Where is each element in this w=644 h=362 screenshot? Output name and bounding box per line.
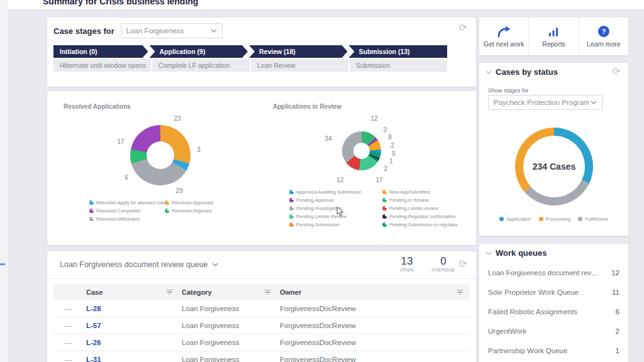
owner-cell: ForgivenessDocReview (280, 305, 470, 312)
chart-title-review: Applications in Review (273, 103, 341, 110)
column-header-owner: Owner (280, 288, 301, 296)
work-queues-title: Work queues (496, 248, 547, 258)
substage-cell: Complete LF application (152, 59, 250, 72)
donut-value-label: 8 (388, 134, 392, 141)
legend-item[interactable]: Resolved-Completed (89, 207, 158, 215)
chevron-down-icon (211, 29, 217, 33)
legend-item[interactable]: Pending-Submission to regulator (382, 221, 458, 229)
legend-item[interactable]: Processing (539, 216, 571, 222)
bar-chart-icon (548, 25, 559, 38)
chevron-down-icon (212, 263, 218, 266)
legend-label: Resolved-Completed (96, 208, 140, 214)
legend-item[interactable]: Pending-Lender-review (382, 204, 458, 212)
collapse-chevron-icon[interactable] (486, 70, 492, 74)
overdue-count: 0 (428, 255, 459, 268)
pie-icon (289, 198, 294, 202)
legend-item[interactable]: Application (499, 216, 531, 222)
stage-segment[interactable]: Review (18) (249, 45, 348, 58)
stage-label: Submission (13) (359, 48, 410, 55)
legend-item[interactable]: Resolved-Rejected (165, 207, 213, 215)
legend-label: Pending-In Review (389, 197, 429, 203)
donut-value-label: 5 (392, 150, 396, 157)
legend-item[interactable]: Resolved-Withdrawn (89, 215, 158, 223)
filter-icon[interactable] (264, 290, 271, 295)
donut-value-label: 12 (370, 115, 377, 122)
reports-button[interactable]: Reports (529, 18, 579, 55)
work-queue-item[interactable]: Failed Robotic Assignments6 (488, 302, 619, 321)
legend-item[interactable]: Pending-Regulator confirmation (382, 212, 458, 221)
table-row[interactable]: —L-31Loan ForgivenessForgivenessDocRevie… (53, 351, 470, 362)
pie-icon (382, 206, 387, 211)
work-queue-item[interactable]: Sole Proprietor Work Queue11 (488, 282, 619, 302)
case-link[interactable]: L-31 (86, 356, 101, 362)
table-row[interactable]: —L-57Loan ForgivenessForgivenessDocRevie… (53, 317, 470, 334)
stage-label: Application (9) (160, 48, 206, 55)
work-queue-item[interactable]: UrgentWork2 (488, 321, 619, 341)
donut-value-label: 17 (375, 177, 382, 184)
category-cell: Loan Forgiveness (182, 356, 280, 362)
learn-more-button[interactable]: ? Learn more (579, 18, 628, 55)
work-queue-count: 2 (616, 327, 619, 335)
collapse-chevron-icon[interactable] (486, 251, 492, 255)
stage-segment[interactable]: Application (9) (150, 45, 248, 58)
legend-item[interactable]: Pending-Lender Review (289, 212, 376, 221)
resolved-applications-donut[interactable] (130, 125, 191, 185)
refresh-icon[interactable]: ⟳ (459, 23, 467, 33)
work-queue-count: 1 (616, 347, 619, 354)
table-row[interactable]: —L-28Loan ForgivenessForgivenessDocRevie… (53, 300, 470, 317)
row-dash-indicator: — (53, 356, 86, 362)
case-stages-selector[interactable]: Loan Forgiveness (121, 23, 223, 38)
donut-value-label: 3 (383, 126, 387, 133)
row-dash-indicator: — (53, 305, 86, 312)
legend-item[interactable]: Pending-Approval (289, 196, 376, 204)
question-circle-icon: ? (597, 25, 610, 38)
owner-cell: ForgivenessDocReview (280, 339, 470, 346)
pie-icon (89, 200, 94, 205)
case-stages-card: Case stages for Loan Forgiveness ⟳ Initi… (47, 18, 476, 87)
applications-in-review-donut[interactable] (342, 131, 381, 170)
open-stat: 13 OPEN (394, 255, 419, 272)
donut-value-label: 34 (325, 135, 331, 142)
case-link[interactable]: L-57 (86, 322, 101, 329)
legend-label: Pending-Regulator confirmation (389, 214, 455, 219)
legend-item[interactable]: Approved-Awaiting Submission (289, 188, 376, 196)
donut-value-label: 17 (117, 138, 124, 145)
donut-value-label: 12 (336, 177, 343, 184)
work-queue-name: Sole Proprietor Work Queue (488, 288, 579, 296)
case-link[interactable]: L-26 (86, 339, 101, 346)
work-queue-item[interactable]: Loan Forgiveness document review queue12 (488, 263, 619, 282)
work-queue-name: Failed Robotic Assignments (488, 308, 577, 315)
legend-item[interactable]: New-AppSubmitted (382, 188, 458, 196)
case-link[interactable]: L-28 (86, 305, 101, 312)
filter-icon[interactable] (457, 290, 464, 295)
legend-item[interactable]: Resolved-Apply for standard loan (89, 199, 158, 207)
category-cell: Loan Forgiveness (182, 305, 280, 312)
pie-icon (165, 209, 169, 213)
table-row[interactable]: —L-26Loan ForgivenessForgivenessDocRevie… (53, 334, 470, 351)
filter-icon[interactable] (166, 290, 173, 295)
action-label: Learn more (587, 40, 621, 48)
queue-title-selector[interactable]: Loan Forgiveness document review queue (60, 260, 218, 269)
legend-label: New-AppSubmitted (389, 189, 430, 195)
work-queue-item[interactable]: Partnership Work Queue1 (488, 341, 619, 360)
get-next-work-button[interactable]: Get next work (479, 18, 529, 55)
legend-label: Pending-Investigation (296, 206, 341, 211)
resolved-chart-legend: Resolved-Apply for standard loanResolved… (89, 199, 213, 223)
legend-item[interactable]: Pending-Submission (289, 221, 376, 229)
refresh-icon[interactable]: ⟳ (613, 67, 621, 77)
show-stages-selector[interactable]: Paycheck Protection Program (488, 95, 602, 110)
refresh-icon[interactable]: ⟳ (459, 259, 467, 269)
legend-item[interactable]: Fulfillment (578, 216, 608, 222)
stage-label: Initiation (0) (60, 48, 97, 55)
pie-icon (89, 217, 94, 221)
stage-segment[interactable]: Initiation (0) (53, 45, 148, 58)
svg-text:?: ? (601, 28, 606, 35)
legend-item[interactable]: Resolved-Approved (165, 199, 213, 207)
legend-item[interactable]: Pending-In Review (382, 196, 458, 204)
left-edge-strip (0, 0, 8, 362)
stage-segment[interactable]: Submission (13) (349, 45, 448, 58)
legend-label: Pending-Approval (296, 197, 334, 203)
work-queues-card: Work queues Loan Forgiveness document re… (479, 244, 628, 362)
actions-card: Get next work Reports ? Learn more (479, 18, 628, 55)
legend-item[interactable]: Pending-Investigation (289, 204, 376, 212)
